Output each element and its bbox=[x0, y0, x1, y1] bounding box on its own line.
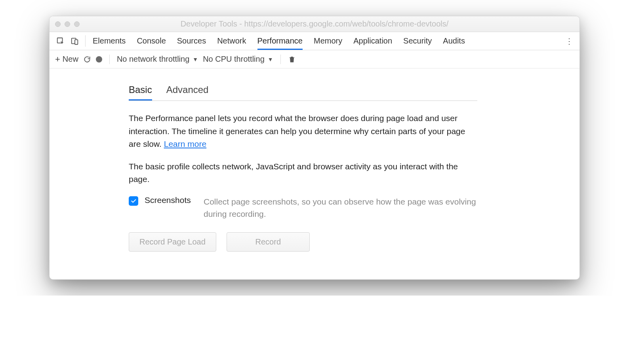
window-title: Developer Tools - https://developers.goo… bbox=[50, 19, 579, 28]
tab-memory[interactable]: Memory bbox=[314, 32, 342, 50]
chevron-down-icon: ▼ bbox=[193, 56, 198, 63]
profile-subtabs: BasicAdvanced bbox=[129, 84, 477, 101]
new-recording-label: New bbox=[63, 55, 78, 64]
clear-recordings-button[interactable] bbox=[288, 55, 296, 63]
record-page-load-button[interactable]: Record Page Load bbox=[129, 232, 216, 252]
check-icon bbox=[130, 198, 137, 204]
divider bbox=[280, 55, 281, 64]
device-toolbar-icon[interactable] bbox=[69, 36, 80, 47]
tab-audits[interactable]: Audits bbox=[443, 32, 465, 50]
devtools-tabbar: ElementsConsoleSourcesNetworkPerformance… bbox=[50, 32, 579, 50]
tab-sources[interactable]: Sources bbox=[177, 32, 206, 50]
screenshots-description: Collect page screenshots, so you can obs… bbox=[204, 195, 477, 220]
trash-icon bbox=[288, 55, 296, 63]
record-icon bbox=[96, 56, 102, 63]
action-buttons: Record Page Load Record bbox=[129, 232, 477, 252]
tab-elements[interactable]: Elements bbox=[93, 32, 126, 50]
record-button[interactable] bbox=[96, 56, 102, 63]
performance-toolbar: + New No network throttling ▼ No CPU thr… bbox=[50, 50, 579, 68]
basic-profile-description: The basic profile collects network, Java… bbox=[129, 160, 477, 186]
chevron-down-icon: ▼ bbox=[268, 56, 273, 63]
divider bbox=[109, 55, 110, 64]
tab-performance[interactable]: Performance bbox=[257, 32, 303, 50]
window-titlebar: Developer Tools - https://developers.goo… bbox=[50, 16, 579, 32]
cpu-throttle-label: No CPU throttling bbox=[203, 55, 265, 64]
plus-icon: + bbox=[55, 54, 60, 64]
new-recording-button[interactable]: + New bbox=[55, 54, 78, 64]
more-options-icon[interactable]: ⋮ bbox=[563, 32, 576, 50]
reload-button[interactable] bbox=[83, 55, 91, 63]
window-traffic-lights bbox=[55, 21, 80, 27]
minimize-window-icon[interactable] bbox=[65, 21, 70, 27]
panel-description: The Performance panel lets you record wh… bbox=[129, 112, 477, 151]
tab-security[interactable]: Security bbox=[403, 32, 432, 50]
network-throttle-select[interactable]: No network throttling ▼ bbox=[117, 55, 198, 64]
devtools-window: Developer Tools - https://developers.goo… bbox=[49, 16, 580, 280]
reload-icon bbox=[83, 55, 91, 63]
subtab-advanced[interactable]: Advanced bbox=[166, 84, 209, 100]
record-button-main[interactable]: Record bbox=[227, 232, 310, 252]
close-window-icon[interactable] bbox=[55, 21, 61, 27]
tab-network[interactable]: Network bbox=[217, 32, 246, 50]
inspect-element-icon[interactable] bbox=[55, 36, 66, 47]
learn-more-link[interactable]: Learn more bbox=[164, 139, 206, 148]
subtab-basic[interactable]: Basic bbox=[129, 84, 152, 100]
svg-rect-2 bbox=[75, 40, 78, 44]
screenshots-label: Screenshots bbox=[145, 195, 197, 205]
divider bbox=[85, 35, 86, 47]
cpu-throttle-select[interactable]: No CPU throttling ▼ bbox=[203, 55, 273, 64]
tab-console[interactable]: Console bbox=[137, 32, 166, 50]
network-throttle-label: No network throttling bbox=[117, 55, 189, 64]
screenshots-option-row: Screenshots Collect page screenshots, so… bbox=[129, 195, 477, 220]
screenshots-checkbox[interactable] bbox=[129, 196, 138, 206]
maximize-window-icon[interactable] bbox=[74, 21, 80, 27]
tab-application[interactable]: Application bbox=[353, 32, 392, 50]
performance-panel-content: BasicAdvanced The Performance panel lets… bbox=[50, 68, 579, 279]
